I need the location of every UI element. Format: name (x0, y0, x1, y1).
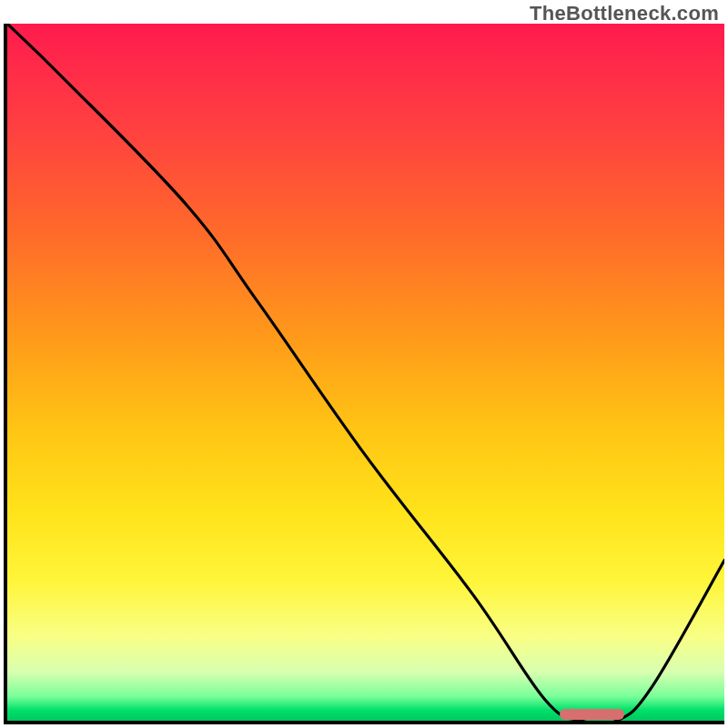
chart-container: TheBottleneck.com (0, 0, 728, 728)
plot-area (7, 24, 724, 721)
watermark-text: TheBottleneck.com (530, 2, 719, 25)
bottleneck-curve (7, 24, 724, 721)
optimal-range-marker (560, 709, 624, 720)
curve-path (7, 24, 724, 721)
